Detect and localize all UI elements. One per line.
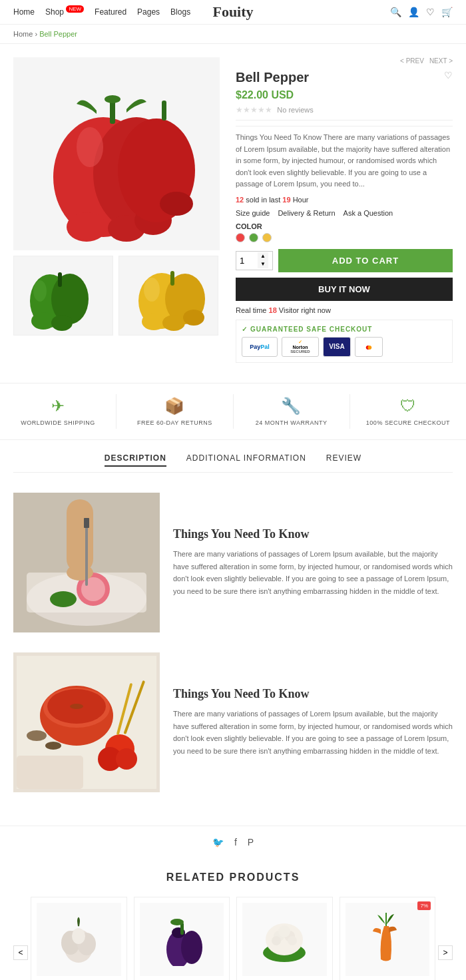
buy-now-button[interactable]: BUY IT NOW xyxy=(236,278,453,301)
shield-icon: ✓ xyxy=(242,326,248,333)
checkout-label: 100% SECURE CHECKOUT xyxy=(366,419,450,426)
svg-point-21 xyxy=(183,310,204,326)
cauliflower-image xyxy=(242,903,327,976)
desc-image-2 xyxy=(13,652,160,792)
review-count: No reviews xyxy=(277,106,313,114)
svg-point-55 xyxy=(170,919,184,925)
prev-product[interactable]: < PREV xyxy=(400,57,424,65)
svg-point-4 xyxy=(105,95,120,103)
size-guide-link[interactable]: Size guide xyxy=(236,209,270,217)
color-yellow[interactable] xyxy=(262,233,272,242)
site-header: Home Shop NEW Featured Pages Blogs Fouit… xyxy=(0,0,466,25)
shipping-label: WORLDWIDE SHIPPING xyxy=(21,419,95,426)
checkout-icon: 🛡 xyxy=(400,397,417,415)
product-nav: < PREV NEXT > xyxy=(236,57,453,65)
wishlist-button[interactable]: ♡ xyxy=(444,70,453,81)
desc-image-1 xyxy=(13,493,160,632)
nav-featured[interactable]: Featured xyxy=(95,7,126,17)
search-icon[interactable]: 🔍 xyxy=(390,7,401,17)
warranty-icon: 🔧 xyxy=(281,397,302,415)
desc-para-1: There are many variations of passages of… xyxy=(173,548,453,598)
product-card-garlic: Garlic $20.00 xyxy=(31,897,127,980)
pinterest-share[interactable]: P xyxy=(248,837,254,848)
qty-up[interactable]: ▲ xyxy=(258,252,268,260)
quantity-field[interactable] xyxy=(236,252,258,270)
related-products-section: RELATED PRODUCTS < Garlic $20.00 xyxy=(0,858,466,980)
nav-pages[interactable]: Pages xyxy=(137,7,160,17)
tab-description[interactable]: DESCRIPTION xyxy=(105,453,166,467)
site-logo[interactable]: Fouity xyxy=(212,3,253,21)
qty-down[interactable]: ▼ xyxy=(258,260,268,268)
user-icon[interactable]: 👤 xyxy=(408,7,419,17)
svg-point-14 xyxy=(51,315,73,331)
desc-row-1: Things You Need To Know There are many v… xyxy=(13,493,453,632)
nav-home[interactable]: Home xyxy=(13,7,35,17)
sale-badge: 7% xyxy=(417,901,431,910)
svg-rect-3 xyxy=(110,101,115,124)
add-to-cart-button[interactable]: ADD TO CART xyxy=(278,249,453,272)
svg-point-16 xyxy=(33,280,47,302)
twitter-share[interactable]: 🐦 xyxy=(212,837,224,848)
carousel-next[interactable]: > xyxy=(438,945,453,960)
product-links: Size guide Delivery & Return Ask a Quest… xyxy=(236,209,453,217)
svg-point-60 xyxy=(278,925,290,937)
svg-point-52 xyxy=(181,931,202,964)
svg-point-50 xyxy=(72,928,85,944)
svg-rect-10 xyxy=(162,101,166,121)
svg-point-23 xyxy=(144,278,160,302)
social-share-bar: 🐦 f P xyxy=(0,826,466,858)
svg-point-42 xyxy=(27,730,47,741)
thumb-yellow-pepper[interactable] xyxy=(118,256,218,336)
shipping-icon: ✈ xyxy=(51,397,65,415)
svg-point-20 xyxy=(162,315,185,331)
next-product[interactable]: NEXT > xyxy=(429,57,453,65)
desc-title-1: Things You Need To Know xyxy=(173,527,453,541)
returns-label: FREE 60-DAY RETURNS xyxy=(137,419,212,426)
svg-rect-22 xyxy=(170,271,174,286)
svg-point-62 xyxy=(288,936,297,945)
product-details: < PREV NEXT > Bell Pepper ♡ $22.00 USD ★… xyxy=(236,57,453,363)
tab-review[interactable]: REVIEW xyxy=(326,453,361,467)
nav-blogs[interactable]: Blogs xyxy=(170,7,190,17)
cart-icon[interactable]: 🛒 xyxy=(441,7,453,17)
paypal-payment-icon: PayPal xyxy=(242,337,278,357)
main-pepper-svg xyxy=(17,61,216,247)
facebook-share[interactable]: f xyxy=(234,837,237,848)
nav-shop[interactable]: Shop NEW xyxy=(45,7,84,17)
sold-count: 12 xyxy=(236,196,244,204)
desc-row-2: Things You Need To Know There are many v… xyxy=(13,652,453,792)
color-label: COLOR xyxy=(236,222,453,230)
svg-rect-33 xyxy=(84,518,89,528)
eggplant-image xyxy=(140,903,224,976)
carousel-prev[interactable]: < xyxy=(13,945,28,960)
tab-additional-info[interactable]: ADDITIONAL INFORMATION xyxy=(186,453,306,467)
product-tabs: DESCRIPTION ADDITIONAL INFORMATION REVIE… xyxy=(13,453,453,473)
product-images xyxy=(13,57,220,363)
norton-payment-icon: ✓ Norton SECURED xyxy=(282,337,319,357)
svg-point-61 xyxy=(272,936,281,945)
products-carousel: Garlic $20.00 Eggplant $2 xyxy=(31,897,435,980)
guaranteed-title: ✓ GUARANTEED SAFE CHECKOUT xyxy=(242,326,447,333)
ask-question-link[interactable]: Ask a Question xyxy=(344,209,393,217)
color-red[interactable] xyxy=(236,233,245,242)
realtime-visitors: Real time 18 Visitor right now xyxy=(236,306,453,314)
quantity-input[interactable]: ▲ ▼ xyxy=(236,251,273,270)
breadcrumb-current: Bell Pepper xyxy=(39,30,77,38)
related-title: RELATED PRODUCTS xyxy=(13,871,453,883)
features-bar: ✈ WORLDWIDE SHIPPING 📦 FREE 60-DAY RETUR… xyxy=(0,383,466,440)
feature-shipping: ✈ WORLDWIDE SHIPPING xyxy=(0,394,116,429)
color-green[interactable] xyxy=(249,233,258,242)
product-card-cauliflower: Cauliflower $25.00 xyxy=(236,897,333,980)
breadcrumb-home[interactable]: Home xyxy=(13,30,33,38)
thumb-green-pepper[interactable] xyxy=(13,256,113,336)
delivery-return-link[interactable]: Delivery & Return xyxy=(278,209,335,217)
products-carousel-row: < Garlic $20.00 xyxy=(13,897,453,980)
sold-hours: 19 xyxy=(282,196,290,204)
star-rating: ★★★★★ No reviews xyxy=(236,105,453,115)
color-selector: COLOR xyxy=(236,222,453,242)
product-thumbnails xyxy=(13,256,220,336)
wishlist-icon[interactable]: ♡ xyxy=(426,7,435,17)
svg-point-28 xyxy=(81,577,105,601)
svg-rect-32 xyxy=(85,519,88,586)
product-title: Bell Pepper xyxy=(236,70,309,85)
